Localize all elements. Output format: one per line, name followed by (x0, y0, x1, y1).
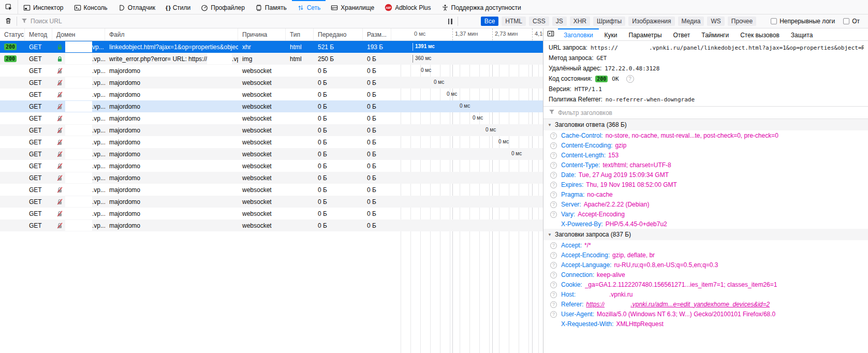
pick-element-button[interactable] (0, 0, 18, 14)
cell-status (0, 196, 25, 208)
type-filter-xhr[interactable]: XHR (570, 17, 590, 26)
redaction-box (618, 45, 649, 51)
cell-type (286, 172, 314, 184)
details-tab-заголовки[interactable]: Заголовки (558, 28, 599, 40)
type-filter-html[interactable]: HTML (502, 17, 526, 26)
help-icon[interactable]: ? (550, 282, 557, 288)
checkbox-от[interactable]: От (843, 18, 860, 25)
cell-transferred: 0 Б (314, 160, 363, 172)
help-icon[interactable]: ? (550, 272, 557, 278)
type-filter-js[interactable]: JS (552, 17, 567, 26)
header-row: ?Connection:keep-alive (543, 270, 868, 280)
text-part: .vp... (92, 79, 105, 86)
table-row[interactable]: GET.vp...majordomowebsocket0 Б0 Б0 мс (0, 136, 543, 148)
details-tab-ответ[interactable]: Ответ (668, 28, 696, 40)
collapse-details-button[interactable] (543, 28, 558, 40)
type-filter-медиа[interactable]: Медиа (678, 17, 704, 26)
help-icon[interactable]: ? (550, 152, 557, 159)
text-part: .vp... (92, 198, 105, 205)
header-value: XMLHttpRequest (616, 320, 663, 328)
search-input[interactable] (31, 18, 439, 25)
help-icon[interactable]: ? (550, 262, 557, 269)
header-name: Cookie: (561, 281, 582, 288)
table-row[interactable]: GET.vp...majordomowebsocket0 Б0 Б0 мс (0, 65, 543, 77)
tool-tab-профайлер[interactable]: Профайлер (196, 0, 250, 14)
details-tab-тайминги[interactable]: Тайминги (696, 28, 734, 40)
details-tab-куки[interactable]: Куки (599, 28, 623, 40)
headers-filter-input[interactable] (558, 109, 863, 116)
clear-requests-button[interactable] (0, 14, 17, 28)
table-row[interactable]: GET.vp...majordomowebsocket0 Б0 Б (0, 219, 543, 231)
table-row[interactable]: GET.vp...majordomowebsocket0 Б0 Б (0, 172, 543, 184)
header-value[interactable]: https://.vpnki.ru/adm...e=edit_yandexhom… (586, 301, 770, 308)
help-icon-slot: ? (550, 310, 557, 318)
table-row[interactable]: GET.vp...majordomowebsocket0 Б0 Б0 мс (0, 148, 543, 160)
redaction-box (605, 301, 630, 307)
help-icon[interactable]: ? (550, 211, 557, 218)
type-filter-все[interactable]: Все (481, 17, 499, 26)
headers-section-title[interactable]: ▼Заголовки запроса (837 Б) (543, 229, 868, 240)
type-filter-ws[interactable]: WS (707, 17, 724, 26)
column-header-1[interactable]: Статус (0, 28, 25, 40)
help-icon[interactable]: ? (550, 133, 557, 139)
help-icon[interactable]: ? (550, 182, 557, 188)
header-value: Accept-Encoding (578, 211, 625, 218)
tool-tab-отладчик[interactable]: Отладчик (113, 0, 160, 14)
tool-tab-стили[interactable]: { }Стили (160, 0, 196, 14)
cell-cause: websocket (238, 208, 286, 219)
column-header-6[interactable]: Тип (286, 28, 314, 40)
help-icon[interactable]: ? (550, 142, 557, 149)
table-row[interactable]: 200GETvp...linkedobject.html?ajax=1&op=p… (0, 41, 543, 53)
help-icon[interactable]: ? (550, 242, 557, 249)
table-row[interactable]: GET.vp...majordomowebsocket0 Б0 Б0 мс (0, 89, 543, 100)
table-row[interactable]: GET.vp...majordomowebsocket0 Б0 Б0 мс (0, 100, 543, 112)
help-icon[interactable]: ? (550, 172, 557, 179)
pause-button[interactable] (443, 14, 458, 28)
tool-tab-label: Adblock Plus (395, 4, 431, 11)
column-header-2[interactable]: Метод (25, 28, 52, 40)
lock-slash-icon (56, 67, 63, 75)
tool-tab-память[interactable]: Память (250, 0, 292, 14)
header-value: */* (584, 242, 591, 249)
column-header-8[interactable]: Разм... (363, 28, 391, 40)
details-tab-параметры[interactable]: Параметры (623, 28, 668, 40)
help-icon[interactable]: ? (550, 252, 557, 259)
table-row[interactable]: GET.vp...majordomowebsocket0 Б0 Б0 мс (0, 77, 543, 89)
tool-tab-хранилище[interactable]: Хранилище (326, 0, 379, 14)
tool-tab-консоль[interactable]: Консоль (69, 0, 113, 14)
table-row[interactable]: GET.vp...majordomowebsocket0 Б0 Б (0, 196, 543, 208)
table-row[interactable]: GET.vp...majordomowebsocket0 Б0 Б0 мс (0, 112, 543, 124)
type-filter-прочее[interactable]: Прочее (728, 17, 756, 26)
details-tab-защита[interactable]: Защита (785, 28, 819, 40)
cell-transferred: 0 Б (314, 184, 363, 196)
column-header-4[interactable]: Файл (105, 28, 238, 40)
help-icon[interactable]: ? (550, 291, 557, 298)
type-filter-шрифты[interactable]: Шрифты (593, 17, 625, 26)
help-icon[interactable]: ? (626, 75, 634, 83)
table-row[interactable]: GET.vp...majordomowebsocket0 Б0 Б (0, 208, 543, 219)
help-icon[interactable]: ? (550, 162, 557, 169)
column-header-5[interactable]: Причина (238, 28, 286, 40)
help-icon[interactable]: ? (550, 301, 557, 308)
tool-tab-сеть[interactable]: Сеть (292, 0, 326, 14)
tool-tab-adblock-plus[interactable]: ABPAdblock Plus (379, 0, 436, 14)
column-header-7[interactable]: Передано (314, 28, 363, 40)
tool-tab-поддержка-доступности[interactable]: Поддержка доступности (436, 0, 526, 14)
headers-section-title[interactable]: ▼Заголовки ответа (368 Б) (543, 119, 868, 130)
column-header-3[interactable]: Домен (52, 28, 105, 40)
cell-method: GET (25, 196, 52, 208)
type-filter-css[interactable]: CSS (529, 17, 549, 26)
details-tab-стек-вызовов[interactable]: Стек вызовов (734, 28, 785, 40)
table-row[interactable]: GET.vp...majordomowebsocket0 Б0 Б (0, 184, 543, 196)
checkbox-непрерывные-логи[interactable]: Непрерывные логи (771, 18, 835, 25)
tool-tab-label: Поддержка доступности (451, 4, 521, 11)
table-row[interactable]: GET.vp...majordomowebsocket0 Б0 Б0 мс (0, 124, 543, 136)
tool-tab-инспектор[interactable]: Инспектор (18, 0, 69, 14)
text-part: .vpnki.ru/panel/linkedobject.html?ajax=1… (649, 45, 864, 51)
table-row[interactable]: 200GET.vp...write_error.php?error= URL: … (0, 53, 543, 65)
help-icon[interactable]: ? (550, 201, 557, 208)
help-icon[interactable]: ? (550, 192, 557, 198)
help-icon[interactable]: ? (550, 311, 557, 318)
type-filter-изображения[interactable]: Изображения (628, 17, 674, 26)
table-row[interactable]: GET.vp...majordomowebsocket0 Б0 Б (0, 160, 543, 172)
